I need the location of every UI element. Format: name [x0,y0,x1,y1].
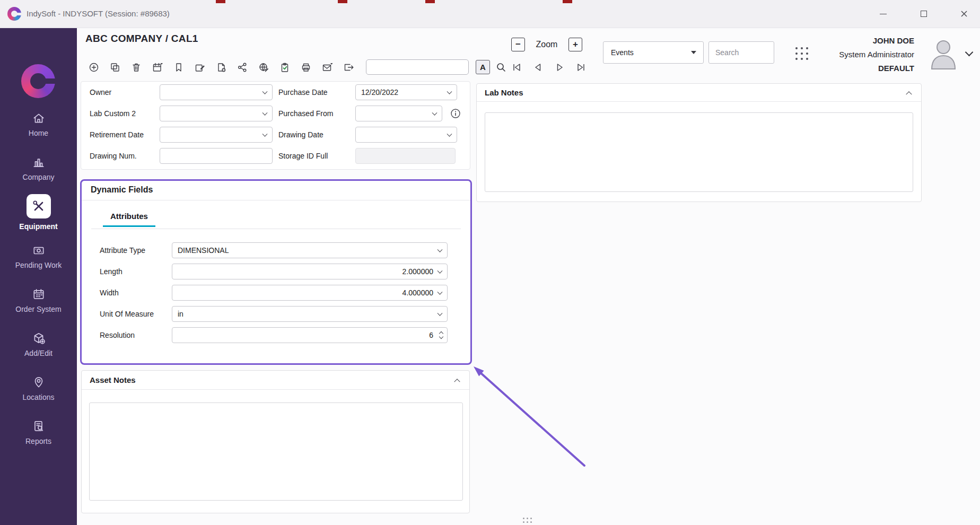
chevron-down-icon [262,132,268,137]
lab-notes-header: Lab Notes [477,84,921,102]
lab-notes-title: Lab Notes [485,88,523,97]
globe-edit-icon[interactable] [256,60,271,75]
tab-attributes[interactable]: Attributes [103,212,155,227]
chevron-up-icon [906,91,912,97]
purchased-from-dropdown[interactable] [355,106,442,121]
length-dropdown[interactable]: 2.000000 [172,264,448,279]
user-menu-chevron-icon[interactable] [965,48,974,57]
collapse-button[interactable] [903,87,915,99]
indysoft-logo-icon [7,7,21,21]
window-title: IndySoft - INDYSOFT (Session: #89683) [27,0,170,28]
sidebar-item-home[interactable]: Home [0,102,77,146]
sidebar-item-company[interactable]: Company [0,146,77,190]
search-icon[interactable] [494,60,509,75]
asset-notes-textarea[interactable] [89,402,463,501]
spinner-icon[interactable] [440,332,443,338]
add-record-icon[interactable] [86,60,101,75]
user-avatar[interactable] [929,37,958,70]
events-dropdown[interactable]: Events [603,41,704,64]
chevron-down-icon [438,311,443,316]
collapse-button[interactable] [451,374,463,386]
field-label-drawing-date: Drawing Date [278,127,323,143]
bookmark-icon[interactable] [171,60,186,75]
field-label-purchased-from: Purchased From [278,106,333,121]
clipboard-check-icon[interactable] [277,60,292,75]
lab-notes-textarea[interactable] [485,112,913,192]
share-icon[interactable] [235,60,250,75]
field-label-attribute-type: Attribute Type [100,242,145,258]
minimize-button[interactable] [871,0,895,28]
attribute-type-dropdown[interactable]: DIMENSIONAL [172,242,448,258]
field-label-storage-id-full: Storage ID Full [278,148,328,164]
tools-icon [32,199,46,213]
titlebar: IndySoft - INDYSOFT (Session: #89683) [0,0,980,28]
retirement-date-dropdown[interactable] [160,127,273,143]
field-label-purchase-date: Purchase Date [278,84,328,100]
sidebar-item-add-edit[interactable]: Add/Edit [0,322,77,366]
redaction-mark [425,0,435,3]
sidebar-item-order-system[interactable]: Order System [0,278,77,322]
owner-dropdown[interactable] [160,84,273,100]
field-label-unit-of-measure: Unit Of Measure [100,306,154,322]
last-record-icon[interactable] [573,59,589,75]
record-navigation [509,59,589,75]
info-icon[interactable] [450,108,461,119]
match-case-button[interactable]: A [476,60,490,74]
purchase-date-dropdown[interactable]: 12/20/2022 [355,84,457,100]
redaction-mark [338,0,347,3]
indysoft-sidebar-logo-icon [21,64,55,98]
field-label-drawing-num: Drawing Num. [90,148,137,164]
asset-notes-title: Asset Notes [90,375,136,384]
equipment-badge [27,194,51,218]
cube-add-icon [32,331,46,345]
drawing-date-dropdown[interactable] [355,127,457,143]
chevron-down-icon [438,247,443,252]
avatar-icon [929,37,958,70]
export-icon[interactable] [341,60,356,75]
bar-chart-icon [32,155,46,169]
sidebar-item-equipment[interactable]: Equipment [0,190,77,234]
width-dropdown[interactable]: 4.000000 [172,285,448,301]
document-add-icon[interactable] [214,60,229,75]
zoom-out-button[interactable]: − [511,38,525,51]
field-label-retirement-date: Retirement Date [90,127,144,143]
email-icon[interactable] [320,60,335,75]
chevron-down-icon [438,290,443,295]
calendar-add-icon[interactable] [150,60,165,75]
delete-icon[interactable] [129,60,144,75]
calendar-icon [32,287,46,301]
previous-record-icon[interactable] [530,59,546,75]
close-button[interactable] [952,0,976,28]
header-search-input[interactable] [708,41,774,64]
unit-of-measure-dropdown[interactable]: in [172,306,448,322]
user-name: JOHN DOE [808,34,914,48]
first-record-icon[interactable] [509,59,525,75]
pending-work-icon [32,243,46,257]
drawing-num-input[interactable] [160,148,273,164]
zoom-in-button[interactable]: + [568,38,582,51]
sidebar-item-reports[interactable]: Reports [0,410,77,454]
user-role: System Administrator [808,48,914,62]
copy-record-icon[interactable] [108,60,122,75]
maximize-icon [921,11,927,17]
resolution-spinner[interactable]: 6 [172,327,448,343]
chevron-down-icon [432,110,438,116]
chevron-down-icon [447,132,452,137]
sidebar-item-pending-work[interactable]: Pending Work [0,234,77,278]
edit-icon[interactable] [192,60,207,75]
print-icon[interactable] [299,60,313,75]
splitter-handle[interactable] [523,518,532,523]
asset-notes-panel: Asset Notes [81,370,470,513]
field-label-owner: Owner [90,84,111,100]
asset-notes-header: Asset Notes [82,371,469,390]
field-label-length: Length [100,264,122,279]
field-label-resolution: Resolution [100,327,135,343]
lab-custom-2-dropdown[interactable] [160,106,273,121]
next-record-icon[interactable] [552,59,567,75]
quick-search-input[interactable] [366,59,469,75]
storage-id-full-input [355,148,456,164]
chevron-up-icon [454,379,460,384]
sidebar-item-locations[interactable]: Locations [0,366,77,410]
maximize-button[interactable] [912,0,935,28]
chevron-down-icon [691,51,696,54]
